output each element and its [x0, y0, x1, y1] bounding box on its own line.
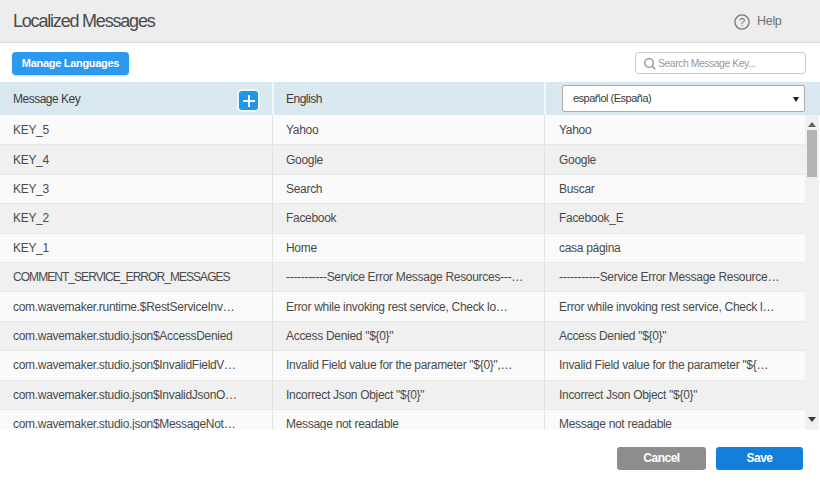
svg-text:?: ?: [739, 16, 745, 28]
